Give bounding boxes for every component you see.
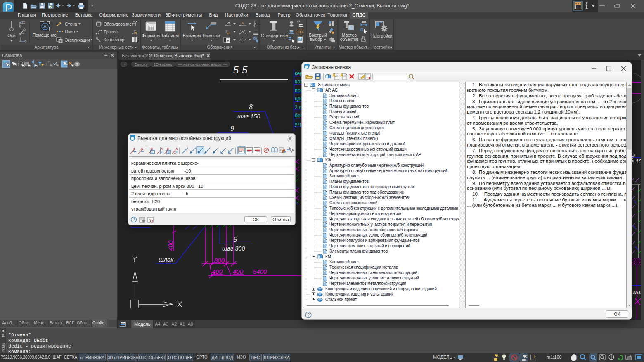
- svg-text:800: 800: [214, 257, 225, 264]
- svg-text:шаг 300: шаг 300: [222, 245, 245, 252]
- svg-text:E: E: [161, 151, 163, 154]
- svg-text:A: A: [176, 147, 178, 150]
- svg-text:A: A: [141, 147, 143, 151]
- svg-text:?: ?: [76, 62, 78, 66]
- svg-text:сп: сп: [227, 32, 230, 35]
- svg-text:шлак: шлак: [159, 256, 174, 263]
- svg-text:400: 400: [233, 268, 244, 275]
- svg-text:шаг 150: шаг 150: [237, 113, 260, 120]
- svg-text:A: A: [43, 24, 47, 29]
- svg-text:?: ?: [307, 313, 310, 317]
- svg-text:5400: 5400: [253, 268, 267, 275]
- svg-text:⌐¬: ⌐¬: [451, 356, 456, 360]
- svg-text:A: A: [227, 39, 230, 43]
- svg-text:8: 8: [249, 104, 253, 111]
- svg-text:A: A: [242, 21, 244, 25]
- svg-text:400: 400: [167, 241, 174, 251]
- svg-text:E: E: [176, 151, 178, 154]
- svg-text:B: B: [168, 151, 170, 154]
- svg-text:5-5: 5-5: [233, 64, 248, 76]
- svg-text:A: A: [299, 38, 301, 41]
- svg-text:A: A: [161, 147, 163, 150]
- svg-text:A: A: [133, 147, 135, 151]
- svg-text:400: 400: [212, 268, 223, 275]
- svg-text:B: B: [151, 147, 153, 150]
- svg-text:E: E: [152, 151, 154, 154]
- svg-text:Кома: Кома: [1, 343, 5, 352]
- svg-text:5: 5: [233, 236, 237, 243]
- svg-text:B: B: [167, 147, 169, 150]
- svg-text:9: 9: [230, 125, 234, 132]
- svg-text:?: ?: [133, 218, 135, 222]
